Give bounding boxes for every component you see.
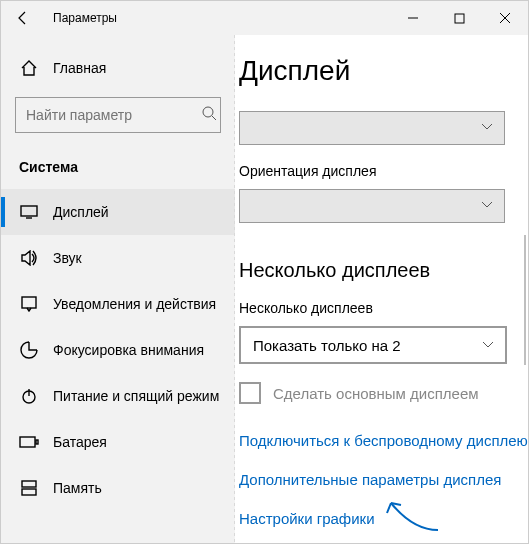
nav-label: Звук [53,250,82,266]
scrollbar[interactable] [524,235,526,365]
battery-icon [19,432,39,452]
make-primary-label: Сделать основным дисплеем [273,385,479,402]
multi-display-heading: Несколько дисплеев [239,259,528,282]
dropdown-unknown[interactable] [239,111,505,145]
chevron-down-icon [480,197,494,215]
link-wireless-display[interactable]: Подключиться к беспроводному дисплею [239,432,528,449]
section-header: Система [1,151,235,189]
focus-icon [19,340,39,360]
maximize-button[interactable] [436,1,482,35]
sidebar: Главная Система Дисплей Звук Уведомления… [1,35,235,544]
svg-rect-0 [455,14,464,23]
dropdown-multi-display[interactable]: Показать только на 2 [239,326,507,364]
dropdown-orientation[interactable] [239,189,505,223]
close-button[interactable] [482,1,528,35]
sound-icon [19,248,39,268]
titlebar: Параметры [1,1,528,35]
storage-icon [19,478,39,498]
nav-battery[interactable]: Батарея [1,419,235,465]
minimize-button[interactable] [390,1,436,35]
multi-display-label: Несколько дисплеев [239,300,528,316]
nav-label: Память [53,480,102,496]
main-panel: Дисплей Ориентация дисплея Несколько дис… [235,35,528,544]
nav-storage[interactable]: Память [1,465,235,511]
nav-label: Дисплей [53,204,109,220]
nav-display[interactable]: Дисплей [1,189,235,235]
svg-rect-5 [20,437,35,447]
back-button[interactable] [1,1,45,35]
svg-rect-2 [21,206,37,216]
svg-rect-3 [22,297,36,308]
window-title: Параметры [45,11,390,25]
chevron-down-icon [480,119,494,137]
nav-label: Питание и спящий режим [53,388,219,404]
nav-label: Фокусировка внимания [53,342,204,358]
svg-rect-8 [22,489,36,495]
chevron-down-icon [481,337,495,354]
home-icon [19,58,39,78]
notification-icon [19,294,39,314]
dropdown-value: Показать только на 2 [253,337,401,354]
nav-home-label: Главная [53,60,106,76]
nav-label: Батарея [53,434,107,450]
nav-notifications[interactable]: Уведомления и действия [1,281,235,327]
search-input[interactable] [26,107,201,123]
make-primary-row: Сделать основным дисплеем [239,382,528,404]
page-title: Дисплей [239,55,528,87]
search-box[interactable] [15,97,221,133]
annotation-arrow [383,495,443,535]
nav-sound[interactable]: Звук [1,235,235,281]
svg-point-1 [203,107,213,117]
nav-label: Уведомления и действия [53,296,216,312]
power-icon [19,386,39,406]
svg-rect-6 [36,440,38,444]
nav-focus[interactable]: Фокусировка внимания [1,327,235,373]
link-advanced-display[interactable]: Дополнительные параметры дисплея [239,471,528,488]
search-icon [201,105,217,125]
display-icon [19,202,39,222]
nav-home[interactable]: Главная [1,45,235,91]
nav-power[interactable]: Питание и спящий режим [1,373,235,419]
svg-rect-7 [22,481,36,487]
checkbox-make-primary[interactable] [239,382,261,404]
orientation-label: Ориентация дисплея [239,163,528,179]
